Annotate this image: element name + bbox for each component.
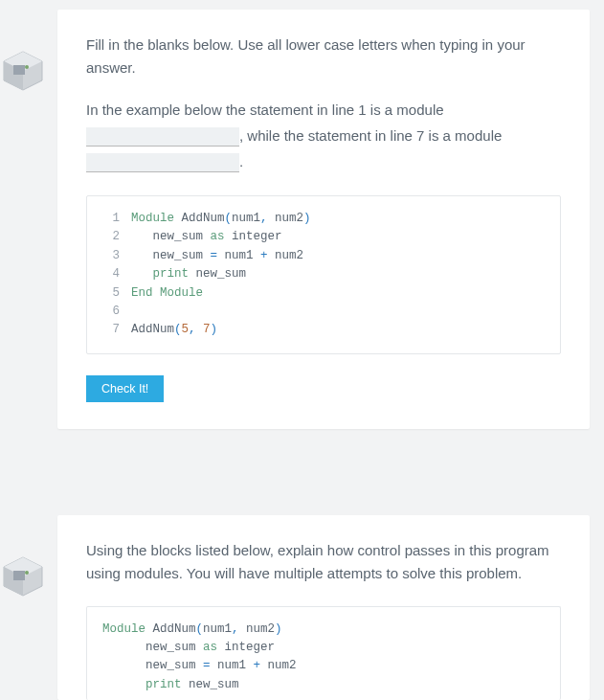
blank-input-1[interactable] (86, 127, 239, 147)
code-line: 5End Module (102, 284, 545, 303)
line-number: 5 (102, 284, 120, 303)
avatar-icon (0, 553, 46, 599)
code-block-2: Module AddNum(num1, num2) new_sum as int… (86, 606, 561, 700)
svg-rect-3 (13, 65, 25, 75)
code-line: print new_sum (102, 676, 545, 694)
instructions-text: Fill in the blanks below. Use all lower … (86, 34, 561, 79)
line-number: 6 (102, 303, 120, 321)
line-number: 7 (102, 321, 120, 339)
stem-text-1: In the example below the statement in li… (86, 102, 444, 118)
question-stem: In the example below the statement in li… (86, 97, 561, 174)
question-card-1: Fill in the blanks below. Use all lower … (57, 10, 590, 429)
line-number: 3 (102, 247, 120, 265)
line-number: 2 (102, 228, 120, 246)
line-number: 4 (102, 265, 120, 283)
code-line: Module AddNum(num1, num2) (102, 621, 545, 639)
code-line: 7AddNum(5, 7) (102, 321, 545, 339)
instructions-text: Using the blocks listed below, explain h… (86, 539, 561, 585)
code-line: 3 new_sum = num1 + num2 (102, 247, 545, 265)
line-number: 1 (102, 210, 120, 228)
code-line: 6 (102, 303, 545, 321)
avatar-icon (0, 48, 46, 94)
blank-input-2[interactable] (86, 153, 239, 172)
svg-point-9 (25, 571, 29, 575)
stem-text-3: . (239, 153, 243, 169)
code-line: 1Module AddNum(num1, num2) (102, 210, 545, 228)
stem-text-2: , while the statement in line 7 is a mod… (239, 127, 502, 144)
code-block-1: 1Module AddNum(num1, num2)2 new_sum as i… (86, 195, 561, 354)
code-line: new_sum = num1 + num2 (102, 657, 545, 675)
code-line: new_sum as integer (102, 639, 545, 657)
code-line: 4 print new_sum (102, 265, 545, 283)
question-card-2: Using the blocks listed below, explain h… (57, 515, 590, 700)
svg-point-4 (25, 65, 29, 69)
svg-rect-8 (13, 571, 25, 580)
code-line: 2 new_sum as integer (102, 228, 545, 246)
check-it-button[interactable]: Check It! (86, 375, 164, 402)
